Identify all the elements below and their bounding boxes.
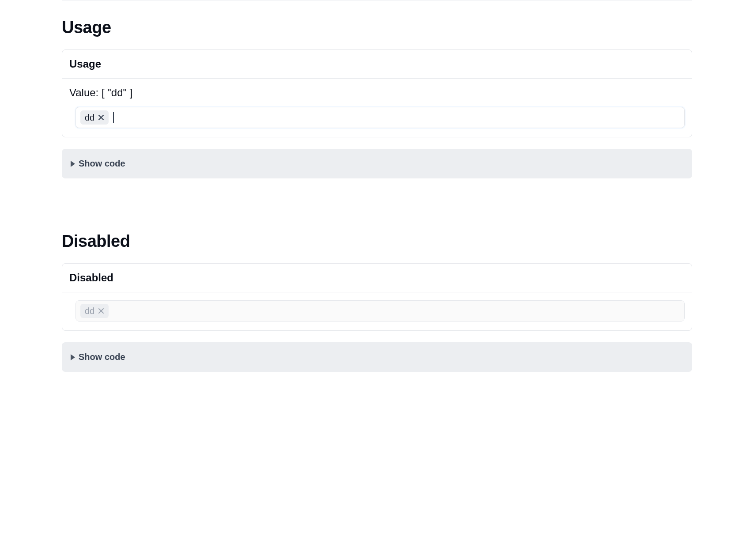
card-title-usage: Usage <box>69 58 685 70</box>
card-header-usage: Usage <box>62 50 692 79</box>
show-code-toggle[interactable]: Show code <box>62 149 692 178</box>
card-title-disabled: Disabled <box>69 272 685 284</box>
close-icon[interactable] <box>97 114 105 121</box>
value-prefix: Value: <box>69 87 98 98</box>
section-heading-disabled: Disabled <box>62 232 692 251</box>
card-disabled: Disabled dd <box>62 263 692 331</box>
value-array: [ "dd" ] <box>102 87 132 98</box>
tag-label: dd <box>85 112 94 123</box>
show-code-label: Show code <box>79 352 125 362</box>
value-display: Value: [ "dd" ] <box>69 87 685 99</box>
tag-label: dd <box>85 306 94 316</box>
show-code-toggle[interactable]: Show code <box>62 342 692 372</box>
card-body-disabled: dd <box>62 292 692 330</box>
spacer <box>62 192 692 214</box>
close-icon <box>97 307 105 315</box>
tag-item[interactable]: dd <box>80 110 109 125</box>
section-usage: Usage Usage Value: [ "dd" ] dd <box>62 0 692 192</box>
card-usage: Usage Value: [ "dd" ] dd <box>62 49 692 137</box>
tag-item: dd <box>80 304 109 318</box>
section-heading-usage: Usage <box>62 18 692 37</box>
show-code-label: Show code <box>79 159 125 169</box>
card-body-usage: Value: [ "dd" ] dd <box>62 79 692 137</box>
tags-input[interactable]: dd <box>75 107 685 128</box>
tags-input-disabled: dd <box>75 300 685 322</box>
chevron-right-icon <box>71 161 75 167</box>
card-header-disabled: Disabled <box>62 264 692 292</box>
chevron-right-icon <box>71 354 75 360</box>
text-cursor <box>113 112 114 123</box>
section-disabled: Disabled Disabled dd Show code <box>62 214 692 385</box>
